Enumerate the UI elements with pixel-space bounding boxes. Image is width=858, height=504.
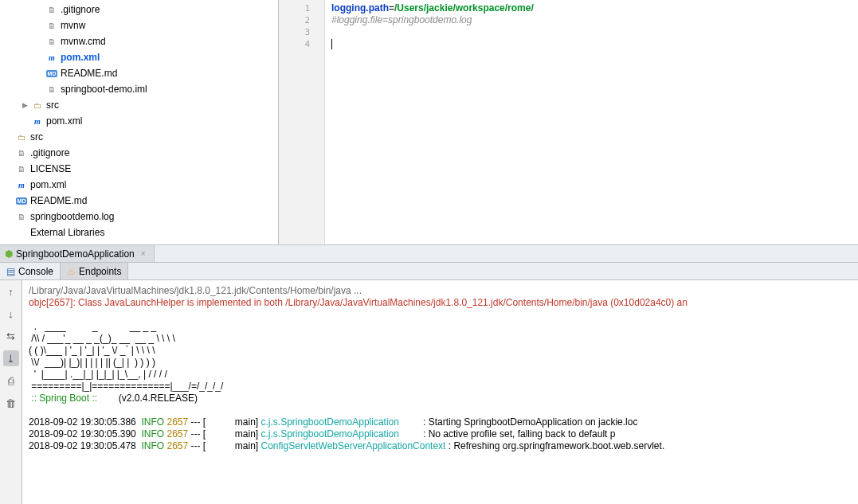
tab-console[interactable]: ▤ Console xyxy=(0,263,60,279)
tree-item-label: src xyxy=(30,131,43,143)
folder-icon: 🗀 xyxy=(16,131,27,143)
tree-item[interactable]: mpom.xml xyxy=(0,177,278,193)
tree-item[interactable]: 🗎.gitignore xyxy=(0,145,278,161)
file-icon: 🗎 xyxy=(16,147,27,158)
line-number: 1 xyxy=(279,2,324,14)
tree-item-label: pom.xml xyxy=(46,115,82,127)
expand-arrow-icon[interactable]: ▶ xyxy=(22,101,32,109)
prop-key: logging.path xyxy=(331,2,389,14)
editor-gutter: 1234 xyxy=(279,0,325,244)
scroll-up-button[interactable]: ↑ xyxy=(3,283,19,299)
tab-endpoints[interactable]: ♨ Endpoints xyxy=(60,263,128,279)
scroll-down-button[interactable]: ↓ xyxy=(3,306,19,322)
tree-item[interactable]: 🗎springboot-demo.iml xyxy=(0,81,278,97)
tree-item[interactable]: 🗎mvnw xyxy=(0,18,278,33)
tree-item[interactable]: mpom.xml xyxy=(0,49,278,65)
console-toolbar: ↑ ↓ ⇆ ⤓ ⎙ 🗑 xyxy=(0,280,22,504)
clear-button[interactable]: 🗑 xyxy=(3,395,19,411)
run-tab-bar: ⬢ SpringbootDemoApplication × xyxy=(0,245,858,263)
maven-icon: m xyxy=(46,52,57,63)
line-number: 4 xyxy=(279,38,324,50)
prop-value: /Users/jackie/workspace/rome/ xyxy=(394,2,534,14)
code-editor[interactable]: logging.path=/Users/jackie/workspace/rom… xyxy=(325,0,858,244)
tree-item[interactable]: 🗎mvnw.cmd xyxy=(0,33,278,49)
file-icon: 🗎 xyxy=(46,84,57,95)
maven-icon: m xyxy=(16,179,27,190)
tree-item[interactable]: 🗎LICENSE xyxy=(0,161,278,177)
editor-caret xyxy=(331,39,332,49)
tree-item[interactable]: MDREADME.md xyxy=(0,193,278,209)
tree-item-label: External Libraries xyxy=(30,227,104,238)
tree-item-label: pom.xml xyxy=(61,52,100,63)
spring-banner: . ____ _ __ _ _ /\\ / ___'_ __ _ _(_)_ _… xyxy=(29,321,223,392)
tree-item-label: pom.xml xyxy=(30,179,66,190)
tree-item[interactable]: 🗎.gitignore xyxy=(0,2,278,18)
tree-item[interactable]: MDREADME.md xyxy=(0,65,278,81)
close-icon[interactable]: × xyxy=(141,249,146,258)
tree-item[interactable]: 🗀src xyxy=(0,129,278,145)
spring-boot-tag: :: Spring Boot :: xyxy=(29,393,119,404)
prop-comment: #logging.file=springbootdemo.log xyxy=(331,14,472,25)
markdown-icon: MD xyxy=(46,68,57,79)
folder-icon: 🗀 xyxy=(32,100,43,111)
tree-item[interactable]: mpom.xml xyxy=(0,113,278,129)
fire-icon: ♨ xyxy=(67,266,76,277)
file-icon: 🗎 xyxy=(16,163,27,174)
file-icon: 🗎 xyxy=(46,36,57,47)
tree-item-label: springbootdemo.log xyxy=(30,211,114,222)
console-output[interactable]: /Library/Java/JavaVirtualMachines/jdk1.8… xyxy=(22,280,858,504)
tree-item[interactable]: ▶🗀src xyxy=(0,97,278,113)
soft-wrap-button[interactable]: ⇆ xyxy=(3,328,19,344)
console-header: /Library/Java/JavaVirtualMachines/jdk1.8… xyxy=(29,285,362,296)
log-line: 2018-09-02 19:30:05.386 INFO 2657 --- [ … xyxy=(29,416,637,428)
tree-item-label: mvnw.cmd xyxy=(61,36,106,47)
log-line: 2018-09-02 19:30:05.390 INFO 2657 --- [ … xyxy=(29,428,615,440)
log-line: 2018-09-02 19:30:05.478 INFO 2657 --- [ … xyxy=(29,440,664,451)
line-number: 2 xyxy=(279,14,324,26)
console-error-line: objc[2657]: Class JavaLaunchHelper is im… xyxy=(29,297,688,308)
run-tab[interactable]: ⬢ SpringbootDemoApplication × xyxy=(0,245,155,262)
tree-item-label: mvnw xyxy=(61,20,85,31)
console-icon: ▤ xyxy=(6,266,15,277)
scroll-to-end-button[interactable]: ⤓ xyxy=(3,350,19,366)
tree-item-label: .gitignore xyxy=(61,4,100,15)
markdown-icon: MD xyxy=(16,195,27,206)
file-icon: 🗎 xyxy=(46,20,57,31)
file-icon: 🗎 xyxy=(46,4,57,15)
line-number: 3 xyxy=(279,26,324,38)
run-tab-label: SpringbootDemoApplication xyxy=(16,248,135,260)
tree-item-label: README.md xyxy=(61,68,117,79)
tree-item-label: README.md xyxy=(30,195,87,206)
maven-icon: m xyxy=(32,115,43,127)
tree-item-label: src xyxy=(46,100,59,111)
tree-item-label: LICENSE xyxy=(30,163,71,174)
tree-item-label: springboot-demo.iml xyxy=(61,84,147,95)
tree-item-label: .gitignore xyxy=(30,147,69,158)
file-icon: 🗎 xyxy=(16,211,27,222)
print-button[interactable]: ⎙ xyxy=(3,373,19,389)
tree-item[interactable]: 🗎springbootdemo.log xyxy=(0,209,278,225)
spring-icon: ⬢ xyxy=(5,248,13,260)
tree-item[interactable]: External Libraries xyxy=(0,225,278,240)
project-tree[interactable]: 🗎.gitignore🗎mvnw🗎mvnw.cmdmpom.xmlMDREADM… xyxy=(0,0,279,244)
console-tab-bar: ▤ Console ♨ Endpoints xyxy=(0,263,858,280)
